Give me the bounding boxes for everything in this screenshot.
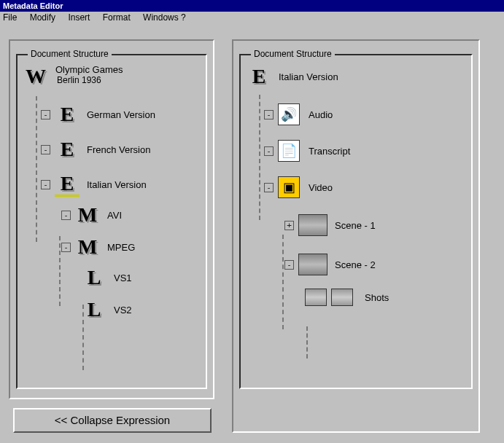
letter-icon-m: M <box>75 235 100 259</box>
tree-item-scene2[interactable]: - Scene - 2 <box>284 254 465 275</box>
letter-icon-e: E <box>247 64 271 89</box>
root-label: Italian Version <box>279 71 338 82</box>
tree-root-right[interactable]: E Italian Version <box>247 64 465 89</box>
root-label: Olympic Games <box>55 64 123 75</box>
toggle-icon[interactable]: - <box>61 211 71 220</box>
right-panel-inner: Document Structure E Italian Version - 🔊… <box>239 54 473 389</box>
item-label: MPEG <box>107 242 135 253</box>
item-label: Video <box>309 182 333 193</box>
toggle-icon[interactable]: - <box>264 110 274 119</box>
tree-item-french[interactable]: - E French Version <box>41 137 200 162</box>
item-label: VS2 <box>114 305 132 315</box>
item-label: Scene - 1 <box>335 220 376 231</box>
window-titlebar: Metadata Editor <box>0 0 504 12</box>
right-panel: Document Structure E Italian Version - 🔊… <box>232 39 480 433</box>
item-label: Shots <box>365 292 389 303</box>
tree-connector <box>306 326 308 358</box>
letter-icon-e: E <box>55 172 80 197</box>
shot-thumbnail-icon <box>305 289 327 306</box>
menu-modify[interactable]: Modify <box>30 12 55 23</box>
letter-icon-m: M <box>75 203 100 227</box>
item-label: AVI <box>107 210 122 221</box>
collapse-label: << Collapse Expression <box>55 414 170 426</box>
letter-icon-e: E <box>55 137 80 162</box>
letter-icon-l: L <box>82 297 106 322</box>
menu-insert[interactable]: Insert <box>68 12 90 23</box>
letter-icon-e: E <box>55 102 80 127</box>
menu-file[interactable]: File <box>3 12 17 23</box>
window-title: Metadata Editor <box>3 1 63 10</box>
tree-item-audio[interactable]: - 🔊 Audio <box>264 103 465 125</box>
tree-item-italian[interactable]: - E Italian Version <box>41 172 200 197</box>
toggle-icon[interactable]: - <box>61 243 71 252</box>
item-label: Audio <box>309 109 333 120</box>
left-panel: Document Structure W Olympic Games Berli… <box>9 39 214 399</box>
toggle-icon[interactable]: - <box>284 260 294 270</box>
menu-format[interactable]: Format <box>103 12 131 23</box>
tree-item-vs2[interactable]: L VS2 <box>82 297 200 322</box>
tree-item-transcript[interactable]: - 📄 Transcript <box>264 140 465 162</box>
tree-connector <box>282 235 284 329</box>
toggle-icon[interactable]: - <box>264 146 274 156</box>
shot-thumbnail-icon <box>331 289 353 306</box>
tree-item-shots[interactable]: Shots <box>305 289 465 306</box>
item-label: Italian Version <box>87 179 147 190</box>
item-label: German Version <box>87 109 155 120</box>
right-panel-legend: Document Structure <box>251 49 335 59</box>
workspace: Document Structure W Olympic Games Berli… <box>0 25 504 440</box>
menu-bar: File Modify Insert Format Windows ? <box>0 12 504 25</box>
scene-thumbnail-icon <box>298 214 327 236</box>
item-label: VS1 <box>114 273 132 283</box>
left-tree: W Olympic Games Berlin 1936 - E German V… <box>23 64 200 322</box>
tree-root[interactable]: W Olympic Games Berlin 1936 <box>23 64 200 89</box>
collapse-expression-button[interactable]: << Collapse Expression <box>13 408 212 433</box>
root-sub: Berlin 1936 <box>57 75 123 85</box>
item-label: Scene - 2 <box>335 259 376 270</box>
tree-connector <box>59 236 61 306</box>
left-panel-inner: Document Structure W Olympic Games Berli… <box>16 54 207 389</box>
tree-item-mpeg[interactable]: - M MPEG <box>61 235 200 259</box>
tree-item-scene1[interactable]: + Scene - 1 <box>284 214 465 236</box>
tree-connector <box>36 96 37 242</box>
tree-item-german[interactable]: - E German Version <box>41 102 200 127</box>
letter-icon-l: L <box>82 265 106 290</box>
scene-thumbnail-icon <box>298 254 327 275</box>
tree-connector <box>259 95 260 220</box>
video-icon: ▣ <box>278 176 300 198</box>
right-tree: E Italian Version - 🔊 Audio - 📄 Transcri… <box>247 64 465 306</box>
toggle-icon[interactable]: - <box>41 110 50 119</box>
item-label: French Version <box>87 144 150 155</box>
letter-icon-w: W <box>23 64 48 89</box>
transcript-icon: 📄 <box>278 140 300 162</box>
tree-item-vs1[interactable]: L VS1 <box>82 265 200 290</box>
menu-windows[interactable]: Windows ? <box>143 12 186 23</box>
toggle-icon[interactable]: + <box>284 221 294 230</box>
item-label: Transcript <box>309 146 350 157</box>
audio-icon: 🔊 <box>278 103 300 125</box>
left-panel-legend: Document Structure <box>28 49 112 59</box>
toggle-icon[interactable]: - <box>41 180 50 189</box>
toggle-icon[interactable]: - <box>264 183 274 192</box>
tree-item-video[interactable]: - ▣ Video <box>264 176 465 198</box>
toggle-icon[interactable]: - <box>41 145 50 154</box>
tree-item-avi[interactable]: - M AVI <box>61 203 200 227</box>
